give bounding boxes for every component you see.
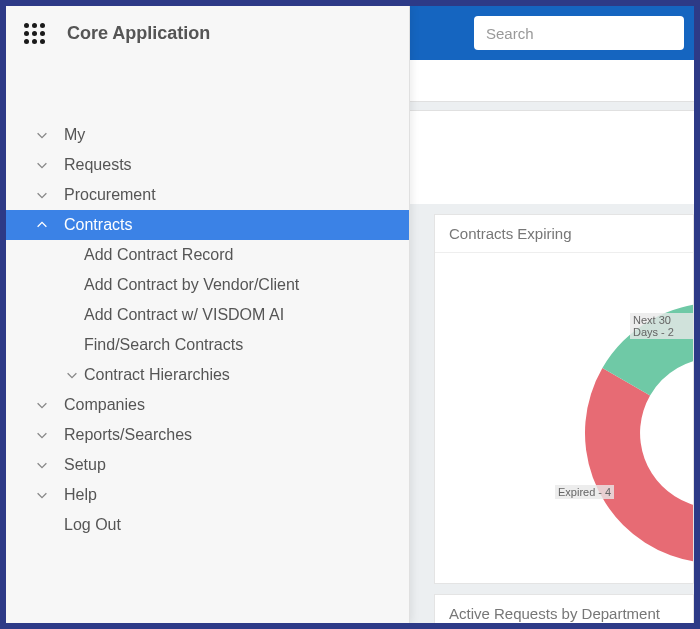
sidebar-item-logout[interactable]: Log Out bbox=[6, 510, 409, 540]
subitem-label: Find/Search Contracts bbox=[84, 336, 243, 354]
chevron-down-icon bbox=[34, 428, 50, 442]
chevron-down-icon bbox=[34, 128, 50, 142]
sidebar-item-label: Requests bbox=[64, 156, 132, 174]
chevron-down-icon bbox=[34, 158, 50, 172]
subitem-contract-hierarchies[interactable]: Contract Hierarchies bbox=[6, 360, 409, 390]
panel-active-requests: Active Requests by Department bbox=[434, 594, 694, 623]
sidebar-item-label: Help bbox=[64, 486, 97, 504]
donut-chart-container: Next 30 Days - 2 Expired - 4 bbox=[435, 253, 693, 583]
chevron-up-icon bbox=[34, 218, 50, 232]
subitem-label: Add Contract Record bbox=[84, 246, 233, 264]
sidebar-item-label: Contracts bbox=[64, 216, 132, 234]
sidebar-item-label: Companies bbox=[64, 396, 145, 414]
subitem-label: Add Contract w/ VISDOM AI bbox=[84, 306, 284, 324]
chevron-down-icon bbox=[34, 398, 50, 412]
panel-contracts-expiring: Contracts Expiring Next 30 Days - 2 Expi… bbox=[434, 214, 694, 584]
sidebar: Core Application My Requests Procurement bbox=[6, 6, 410, 623]
panel-title: Active Requests by Department bbox=[435, 595, 693, 623]
sidebar-item-label: Procurement bbox=[64, 186, 156, 204]
apps-grid-icon[interactable] bbox=[24, 23, 45, 44]
sidebar-title: Core Application bbox=[67, 23, 210, 44]
sidebar-item-label: Reports/Searches bbox=[64, 426, 192, 444]
subitem-add-contract-ai[interactable]: Add Contract w/ VISDOM AI bbox=[6, 300, 409, 330]
sidebar-item-requests[interactable]: Requests bbox=[6, 150, 409, 180]
content-area: Contracts Expiring Next 30 Days - 2 Expi… bbox=[410, 60, 694, 623]
sidebar-header: Core Application bbox=[6, 6, 409, 60]
sidebar-item-companies[interactable]: Companies bbox=[6, 390, 409, 420]
subitem-add-contract-vendor[interactable]: Add Contract by Vendor/Client bbox=[6, 270, 409, 300]
search-container bbox=[474, 16, 684, 50]
subitem-label: Add Contract by Vendor/Client bbox=[84, 276, 299, 294]
chevron-down-icon bbox=[64, 368, 80, 382]
panel-title: Contracts Expiring bbox=[435, 215, 693, 253]
sidebar-item-help[interactable]: Help bbox=[6, 480, 409, 510]
chart-label-expired: Expired - 4 bbox=[555, 485, 614, 499]
sidebar-item-contracts[interactable]: Contracts bbox=[6, 210, 409, 240]
sidebar-item-setup[interactable]: Setup bbox=[6, 450, 409, 480]
chevron-down-icon bbox=[34, 488, 50, 502]
subitem-label: Contract Hierarchies bbox=[84, 366, 230, 384]
chart-label-next30: Next 30 Days - 2 bbox=[630, 313, 693, 339]
app-frame: Core Application My Requests Procurement bbox=[6, 6, 694, 623]
subitem-add-contract-record[interactable]: Add Contract Record bbox=[6, 240, 409, 270]
sidebar-item-procurement[interactable]: Procurement bbox=[6, 180, 409, 210]
sidebar-item-my[interactable]: My bbox=[6, 120, 409, 150]
chevron-down-icon bbox=[34, 188, 50, 202]
sidebar-nav: My Requests Procurement Contracts bbox=[6, 60, 409, 540]
sidebar-item-label: Log Out bbox=[64, 516, 121, 534]
search-input[interactable] bbox=[486, 25, 672, 42]
chevron-down-icon bbox=[34, 458, 50, 472]
sidebar-item-label: My bbox=[64, 126, 85, 144]
content-header-strip bbox=[410, 60, 694, 102]
subitem-find-contracts[interactable]: Find/Search Contracts bbox=[6, 330, 409, 360]
sidebar-item-label: Setup bbox=[64, 456, 106, 474]
sidebar-item-reports[interactable]: Reports/Searches bbox=[6, 420, 409, 450]
content-subheader-strip bbox=[410, 110, 694, 204]
